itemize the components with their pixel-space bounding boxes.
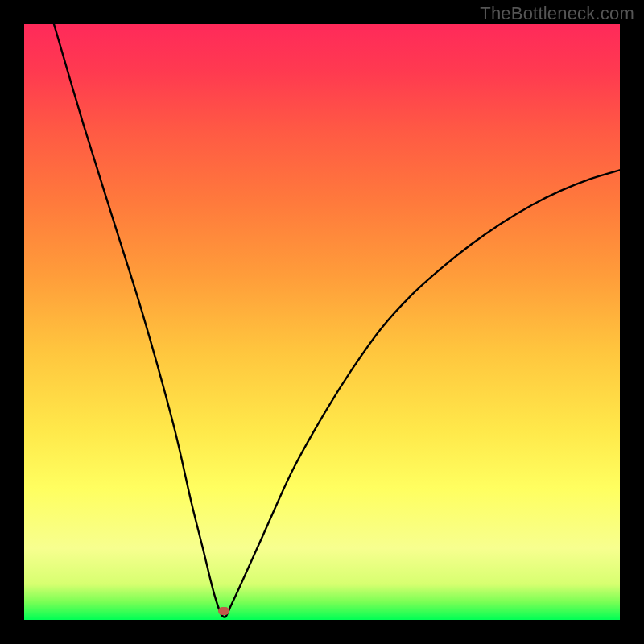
optimal-point-marker — [218, 607, 229, 615]
watermark-text: TheBottleneck.com — [480, 3, 634, 24]
plot-area — [24, 24, 620, 620]
chart-frame: TheBottleneck.com — [0, 0, 644, 644]
bottleneck-curve — [24, 24, 620, 620]
